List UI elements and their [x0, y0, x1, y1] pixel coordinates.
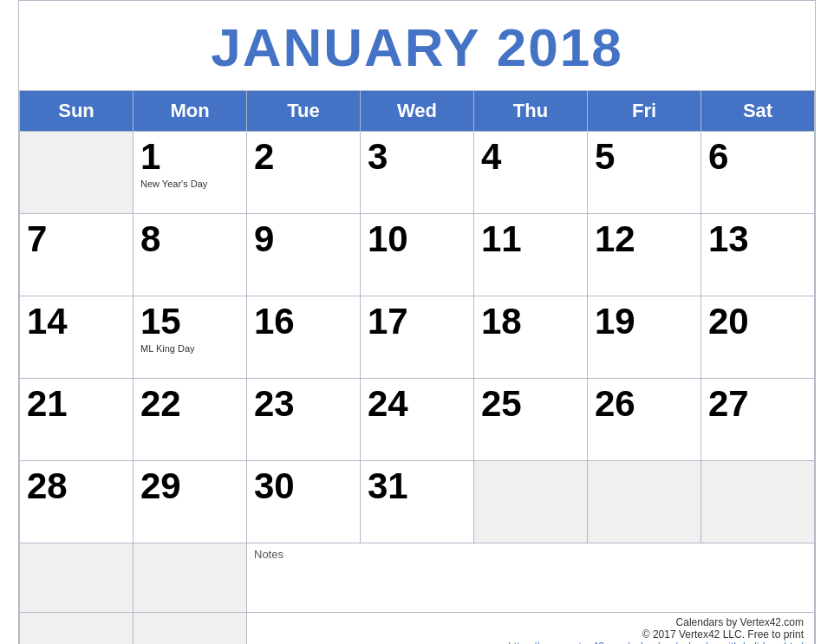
footer-url: https://www.vertex42.com/calendars/calen… [254, 641, 804, 644]
footer-brand: Calendars by Vertex42.com [254, 616, 804, 628]
day-cell: 17 [361, 296, 474, 379]
day-number: 26 [595, 384, 694, 424]
day-cell: 27 [701, 379, 815, 461]
day-cell: 8 [134, 214, 247, 296]
day-number: 28 [27, 466, 126, 506]
header-day-thu: Thu [474, 91, 588, 132]
day-cell: 7 [20, 214, 134, 296]
calendar-container: JANUARY 2018 SunMonTueWedThuFriSat 1New … [18, 0, 816, 644]
day-cell: 10 [361, 214, 474, 296]
day-cell: 19 [588, 296, 701, 379]
header-day-mon: Mon [134, 91, 247, 132]
day-cell: 11 [474, 214, 588, 296]
week-row-2: 78910111213 [20, 214, 815, 296]
calendar-title: JANUARY 2018 [19, 1, 815, 90]
day-number: 12 [595, 219, 694, 259]
day-cell: 26 [588, 379, 701, 461]
day-cell [474, 461, 588, 543]
day-cell: 14 [20, 296, 134, 379]
day-number: 2 [254, 137, 353, 177]
day-number: 1 [140, 137, 239, 177]
notes-row: Notes [20, 543, 815, 613]
day-number: 7 [27, 219, 126, 259]
day-cell: 31 [361, 461, 474, 543]
day-number: 23 [254, 384, 353, 424]
day-number: 8 [140, 219, 239, 259]
day-cell: 12 [588, 214, 701, 296]
day-cell: 25 [474, 379, 588, 461]
day-cell: 30 [247, 461, 361, 543]
notes-empty-1 [20, 543, 134, 613]
holiday-label: New Year's Day [140, 179, 239, 189]
day-cell [701, 461, 815, 543]
day-number: 14 [27, 302, 126, 342]
day-cell [20, 132, 134, 214]
calendar-table: SunMonTueWedThuFriSat 1New Year's Day234… [19, 90, 815, 644]
header-row: SunMonTueWedThuFriSat [20, 91, 815, 132]
week-row-5: 28293031 [20, 461, 815, 543]
footer-row: Calendars by Vertex42.com © 2017 Vertex4… [20, 613, 815, 645]
day-cell: 4 [474, 132, 588, 214]
day-number: 16 [254, 302, 353, 342]
day-cell: 5 [588, 132, 701, 214]
day-number: 4 [481, 137, 580, 177]
day-number: 25 [481, 384, 580, 424]
day-number: 6 [708, 137, 807, 177]
day-number: 21 [27, 384, 126, 424]
day-number: 15 [140, 302, 239, 342]
footer-right: Calendars by Vertex42.com © 2017 Vertex4… [247, 613, 815, 645]
week-row-3: 1415ML King Day1617181920 [20, 296, 815, 379]
footer-copyright: © 2017 Vertex42 LLC. Free to print [254, 628, 804, 641]
holiday-label: ML King Day [140, 343, 239, 354]
footer-left-1 [20, 613, 134, 645]
day-cell: 24 [361, 379, 474, 461]
day-number: 9 [254, 219, 353, 259]
day-number: 13 [708, 219, 807, 259]
header-day-sun: Sun [20, 91, 134, 132]
day-cell: 1New Year's Day [134, 132, 247, 214]
week-row-4: 21222324252627 [20, 379, 815, 461]
day-cell: 22 [134, 379, 247, 461]
day-number: 3 [368, 137, 466, 177]
day-number: 11 [481, 219, 580, 259]
header-day-sat: Sat [701, 91, 815, 132]
day-number: 19 [595, 302, 694, 342]
week-row-1: 1New Year's Day23456 [20, 132, 815, 214]
day-cell: 3 [361, 132, 474, 214]
day-cell: 28 [20, 461, 134, 543]
day-cell: 13 [701, 214, 815, 296]
header-day-wed: Wed [361, 91, 474, 132]
day-number: 20 [708, 302, 807, 342]
notes-empty-2 [134, 543, 247, 613]
day-number: 30 [254, 466, 353, 506]
day-number: 17 [368, 302, 466, 342]
day-number: 5 [595, 137, 694, 177]
day-number: 10 [368, 219, 466, 259]
footer-left-2 [134, 613, 247, 645]
day-cell: 2 [247, 132, 361, 214]
day-cell: 6 [701, 132, 815, 214]
day-cell: 20 [701, 296, 815, 379]
day-number: 31 [368, 466, 466, 506]
header-day-tue: Tue [247, 91, 361, 132]
day-cell: 29 [134, 461, 247, 543]
day-number: 22 [140, 384, 239, 424]
day-number: 29 [140, 466, 239, 506]
day-cell: 16 [247, 296, 361, 379]
day-cell: 21 [20, 379, 134, 461]
day-cell: 18 [474, 296, 588, 379]
day-number: 18 [481, 302, 580, 342]
notes-cell: Notes [247, 543, 815, 613]
day-number: 27 [708, 384, 807, 424]
header-day-fri: Fri [588, 91, 701, 132]
day-cell [588, 461, 701, 543]
day-cell: 9 [247, 214, 361, 296]
day-number: 24 [368, 384, 466, 424]
day-cell: 23 [247, 379, 361, 461]
day-cell: 15ML King Day [134, 296, 247, 379]
